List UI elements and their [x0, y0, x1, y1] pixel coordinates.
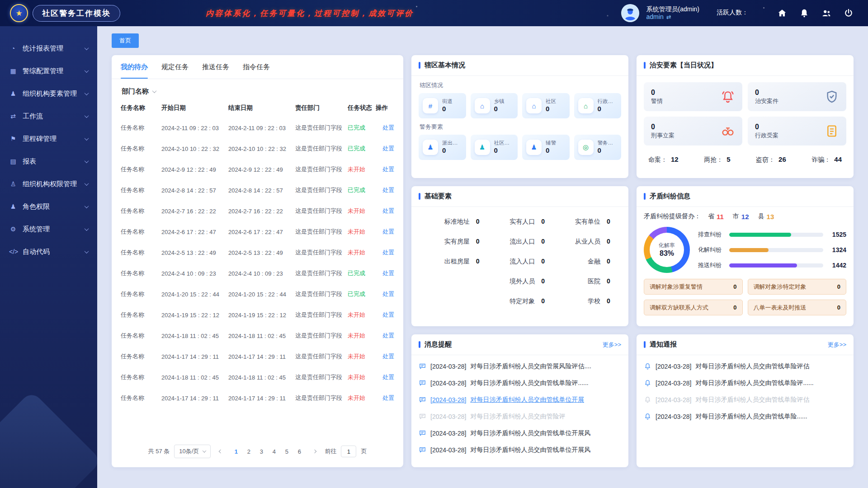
breadcrumb: 首页 — [112, 26, 854, 55]
dispose-link[interactable]: 处置 — [382, 332, 394, 339]
dispute-filter-button[interactable]: 八单一表未及时推送 0 — [748, 300, 847, 315]
title-bar-icon — [419, 62, 420, 69]
prev-page-button[interactable] — [215, 446, 226, 457]
dispose-link[interactable]: 处置 — [382, 353, 394, 360]
message-item[interactable]: [2024-03-28] 对每日涉矛盾纠纷人员交由管线单位开展风 — [419, 425, 621, 441]
sidebar-item-system-management[interactable]: ⚙ 系统管理 — [0, 218, 97, 240]
users-icon[interactable] — [821, 8, 831, 18]
task-start-cell: 2024-2-8 14 : 22 : 57 — [161, 180, 228, 201]
sidebar-item-police-config[interactable]: ▦ 警综配置管理 — [0, 60, 97, 82]
message-item[interactable]: [2024-03-28] 对每日涉矛盾纠纷人员交由管险评 — [419, 408, 621, 425]
message-item[interactable]: [2024-03-28] 对每日涉矛盾纠纷人员交由管线单险评...... — [419, 375, 621, 391]
notice-item[interactable]: [2024-03-28] 对每日涉矛盾纠纷人员交由管线单险...... — [644, 408, 846, 425]
task-name-cell: 任务名称 — [121, 346, 161, 367]
username-switcher[interactable]: admin ⇄ — [646, 13, 699, 21]
crime-count: 两抢：5 — [704, 155, 730, 164]
page-number-button[interactable]: 3 — [256, 446, 267, 457]
dispute-filter-button[interactable]: 调解对象涉重复警情 0 — [644, 279, 743, 295]
task-name-cell: 任务名称 — [121, 305, 161, 325]
dispose-link[interactable]: 处置 — [382, 374, 394, 380]
task-name-cell: 任务名称 — [121, 180, 161, 201]
dispose-link[interactable]: 处置 — [382, 124, 394, 131]
sidebar-item-org-elements[interactable]: ♟ 组织机构要素管理 — [0, 82, 97, 105]
messages-more-link[interactable]: 更多>> — [603, 341, 621, 349]
tab-instruction-tasks[interactable]: 指令任务 — [243, 55, 270, 79]
tab-required-tasks[interactable]: 规定任务 — [161, 55, 189, 79]
home-tab-button[interactable]: 首页 — [112, 33, 139, 48]
dispose-link[interactable]: 处置 — [382, 145, 394, 152]
dispose-link[interactable]: 处置 — [382, 291, 394, 297]
escalation-stat-value: 11 — [717, 213, 724, 221]
status-badge: 已完成 — [348, 291, 365, 297]
task-status-cell: 未开始 — [348, 159, 376, 180]
sidebar-item-label: 自动代码 — [23, 248, 80, 256]
message-item[interactable]: [2024-03-28] 对每日涉矛盾纠纷人员交由管线单位开展风 — [419, 441, 621, 458]
notice-item[interactable]: [2024-03-28] 对每日涉矛盾纠纷人员交由管线单险评...... — [644, 375, 846, 391]
task-start-cell: 2024-2-7 16 : 22 : 22 — [161, 201, 228, 221]
sidebar-item-label: 角色权限 — [23, 202, 80, 211]
task-dept-cell: 这是责任部门字段 — [295, 221, 348, 242]
department-filter[interactable]: 部门名称 — [112, 79, 403, 98]
page-number-button[interactable]: 1 — [231, 446, 241, 457]
dispose-link[interactable]: 处置 — [382, 207, 394, 214]
page-number-button[interactable]: 6 — [294, 446, 305, 457]
dispose-link[interactable]: 处置 — [382, 311, 394, 318]
page-number-button[interactable]: 5 — [281, 446, 292, 457]
sidebar-item-statistics-report[interactable]: ◔ 统计报表管理 — [0, 37, 97, 60]
sidebar-item-report[interactable]: ▤ 报表 — [0, 150, 97, 173]
user-avatar[interactable] — [621, 4, 639, 22]
next-page-button[interactable] — [309, 446, 320, 457]
bell-icon — [644, 396, 651, 404]
dispose-link[interactable]: 处置 — [382, 228, 394, 235]
dispose-link[interactable]: 处置 — [382, 166, 394, 173]
crime-count: 命案：12 — [648, 155, 679, 164]
section-label: 警务要素 — [420, 123, 620, 131]
notice-item[interactable]: [2024-03-28] 对每日涉矛盾纠纷人员交由管线单险评估 — [644, 391, 846, 408]
bar-value: 1525 — [827, 231, 846, 238]
column-end-date: 结束日期 — [228, 99, 295, 117]
chat-icon — [419, 396, 426, 404]
dispute-filter-button[interactable]: 调解对象涉特定对象 0 — [748, 279, 847, 295]
bell-icon[interactable] — [799, 8, 809, 18]
dispute-filter-button[interactable]: 调解双方缺联系人方式 0 — [644, 300, 743, 315]
message-item[interactable]: [2024-03-28] 对每日涉矛盾纠纷人员交由管展风险评估.... — [419, 358, 621, 375]
goto-page-input[interactable]: 1 — [341, 446, 356, 457]
sidebar-item-role-permission[interactable]: ♟ 角色权限 — [0, 195, 97, 218]
dispose-link[interactable]: 处置 — [382, 249, 394, 256]
sidebar-item-milestone[interactable]: ⚑ 里程碑管理 — [0, 127, 97, 150]
column-start-date: 开始日期 — [161, 99, 228, 117]
handcuffs-icon — [721, 124, 735, 138]
page-size-select[interactable]: 10条/页 — [174, 445, 211, 458]
page-number-button[interactable]: 2 — [243, 446, 254, 457]
sidebar-item-auto-code[interactable]: </> 自动代码 — [0, 240, 97, 263]
tab-pushed-tasks[interactable]: 推送任务 — [202, 55, 229, 79]
task-name-cell: 任务名称 — [121, 201, 161, 221]
stat-value: 0 — [755, 88, 778, 98]
notices-more-link[interactable]: 更多>> — [828, 341, 846, 349]
task-action-cell: 处置 — [376, 242, 394, 263]
dispose-link[interactable]: 处置 — [382, 394, 394, 401]
dispose-link[interactable]: 处置 — [382, 270, 394, 277]
task-end-cell: 2024-2-6 17 : 22 : 47 — [228, 221, 295, 242]
title-bar-icon — [644, 193, 646, 200]
tab-my-todo[interactable]: 我的待办 — [121, 55, 148, 79]
sidebar-item-org-permission[interactable]: ♙ 组织机构权限管理 — [0, 173, 97, 195]
notice-item[interactable]: [2024-03-28] 对每日涉矛盾纠纷人员交由管线单险评估 — [644, 358, 846, 375]
power-icon[interactable] — [844, 8, 854, 18]
home-icon[interactable] — [777, 8, 787, 18]
panel-header: 消息提醒 更多>> — [411, 334, 628, 355]
page-number-button[interactable]: 4 — [269, 446, 279, 457]
message-text: 对每日涉矛盾纠纷人员交由管线单险评...... — [470, 379, 588, 387]
task-end-cell: 2024-2-10 10 : 22 : 32 — [228, 138, 295, 159]
section-label: 辖区情况 — [420, 81, 620, 89]
dispose-link[interactable]: 处置 — [382, 187, 394, 193]
base-elements-panel: 基础要素 标准地址 0 实有人口 0 — [411, 186, 628, 326]
message-item[interactable]: [2024-03-28] 对每日涉矛盾纠纷人员交由管线单位开展 — [419, 391, 621, 408]
crime-count: 盗窃：26 — [756, 155, 786, 164]
base-element: 实有房屋 0 — [423, 238, 486, 246]
stat-value: 0 — [442, 146, 462, 155]
crime-label: 两抢： — [704, 156, 723, 163]
sidebar-item-workflow[interactable]: ⇄ 工作流 — [0, 105, 97, 127]
stat-value: 0 — [442, 105, 453, 113]
pie-chart-icon: ◔ — [9, 45, 17, 52]
